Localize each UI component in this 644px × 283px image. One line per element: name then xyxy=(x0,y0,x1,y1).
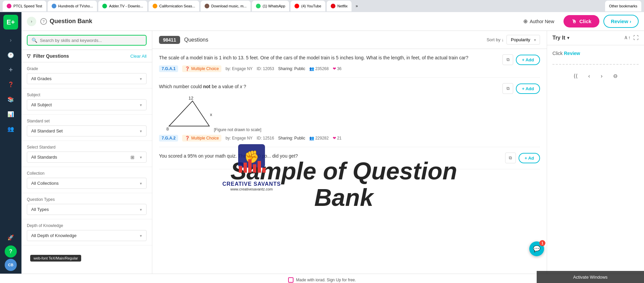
grade-label: Grade xyxy=(27,66,147,71)
questions-icon: ❓ xyxy=(8,81,14,88)
filter-panel: 🔍 ▽ Filter Questions Clear All xyxy=(21,31,152,274)
questions-area: 98411 Questions Sort by ↓ Popularity xyxy=(152,31,547,274)
tab-adder[interactable]: Adder.TV - Downlo... xyxy=(98,1,147,11)
tab-ptcl[interactable]: PTCL Speed Test xyxy=(3,1,46,11)
select-standard-select-wrapper: All Standards ⊞ xyxy=(27,152,147,163)
depth-of-knowledge-select[interactable]: All Depth of Knowledge xyxy=(27,230,147,241)
type-icon-2: ❓ xyxy=(185,136,190,140)
chat-badge: 1 xyxy=(539,240,545,246)
question-tags-2: 7.G.A.2 ❓ Multiple Choice by: Engage NY … xyxy=(159,135,502,142)
question-types-label: Question Types xyxy=(27,197,147,202)
question-item-2: Which number could not be a value of x ?… xyxy=(159,78,540,147)
question-text-1: The scale of a model train is 1 inch to … xyxy=(159,54,502,61)
review-link[interactable]: Review xyxy=(564,51,580,56)
standard-copy-icon[interactable]: ⊞ xyxy=(130,155,135,160)
sort-area: Sort by ↓ Popularity xyxy=(487,35,540,45)
sort-select[interactable]: Popularity xyxy=(506,35,540,45)
click-review-area: Click Review xyxy=(547,45,644,61)
collection-select-wrapper: All Collections xyxy=(27,178,147,189)
text-size-icon[interactable]: Ａ↑ xyxy=(624,35,631,41)
more-tabs-button[interactable]: » xyxy=(353,2,361,10)
sidebar-item-library[interactable]: 📚 xyxy=(4,93,17,106)
search-input-wrapper[interactable]: 🔍 xyxy=(27,35,147,46)
tab-californication[interactable]: Californication Seas... xyxy=(149,1,199,11)
help-icon[interactable]: ? xyxy=(40,18,47,25)
question-text-2: Which number could not be a value of x ? xyxy=(159,83,502,90)
tab-tvshow[interactable]: Hundreds of TVsho... xyxy=(48,1,97,11)
add-icon: + xyxy=(9,66,13,74)
tab-bookmarks[interactable]: Other bookmarks xyxy=(605,1,641,11)
panel-toggle-button[interactable]: › xyxy=(27,17,36,26)
sidebar-item-questions[interactable]: ❓ xyxy=(4,78,17,91)
filter-title: ▽ Filter Questions xyxy=(27,53,69,59)
question-text-3: You scored a 95% on your math quiz. The … xyxy=(159,153,505,160)
tab-whatsapp[interactable]: (1) WhatsApp xyxy=(252,1,289,11)
next-page-button[interactable]: › xyxy=(598,72,605,80)
app-logo[interactable]: E+ xyxy=(3,15,18,30)
question-content-1: The scale of a model train is 1 inch to … xyxy=(159,54,502,72)
copy-button-1[interactable]: ⧉ xyxy=(502,54,513,65)
question-item-1: The scale of a model train is 1 inch to … xyxy=(159,49,540,78)
clear-all-button[interactable]: Clear All xyxy=(130,54,147,59)
question-types-select[interactable]: All Types xyxy=(27,204,147,215)
sidebar-item-help[interactable]: ? xyxy=(5,245,17,258)
question-content-2: Which number could not be a value of x ?… xyxy=(159,83,502,142)
grade-select[interactable]: All Grades xyxy=(27,73,147,84)
question-item-3: You scored a 95% on your math quiz. The … xyxy=(159,147,540,169)
copy-icon-2: ⧉ xyxy=(506,86,509,91)
expand-icon[interactable]: ⛶ xyxy=(633,35,639,41)
tab-label-ptcl: PTCL Speed Test xyxy=(13,4,42,8)
select-standard-select[interactable]: All Standards xyxy=(27,152,147,163)
author-new-button[interactable]: ⊕ Author New xyxy=(518,15,559,27)
first-page-button[interactable]: ⟨⟨ xyxy=(571,71,580,80)
tab-label-download: Download music, m... xyxy=(211,4,247,8)
users-icon-1: 👥 xyxy=(309,66,314,71)
standard-set-select[interactable]: All Standard Set xyxy=(27,125,147,136)
collection-select[interactable]: All Collections xyxy=(27,178,147,189)
sidebar-item-add[interactable]: + xyxy=(4,63,17,76)
review-button-label: Review › xyxy=(611,18,631,24)
tab-icon-youtube xyxy=(294,4,299,8)
sharing-tag-2: Sharing: Public xyxy=(278,136,305,140)
author-tag-2: by: Engage NY xyxy=(225,136,253,140)
sidebar-item-clock[interactable]: 🕐 xyxy=(4,48,17,62)
chat-bubble-button[interactable]: 💬 1 xyxy=(529,241,544,256)
activate-windows-text: Activate Windows xyxy=(573,275,608,280)
tab-icon-ptcl xyxy=(7,4,11,8)
library-icon: 📚 xyxy=(7,96,14,103)
click-button[interactable]: 🖱 Click xyxy=(564,15,599,27)
tab-icon-download xyxy=(205,4,209,8)
depth-of-knowledge-label: Depth of Knowledge xyxy=(27,223,147,228)
tab-youtube[interactable]: (4) YouTube xyxy=(290,1,325,11)
review-button[interactable]: Review › xyxy=(603,15,639,28)
copy-icon-3: ⧉ xyxy=(509,155,512,161)
prev-page-button[interactable]: ‹ xyxy=(586,72,593,80)
sidebar-item-avatar[interactable]: CB xyxy=(5,259,17,271)
sidebar-item-people[interactable]: 👥 xyxy=(4,122,17,135)
tab-label-netflix: Netflix xyxy=(337,4,348,8)
zoom-out-button[interactable]: ⊖ xyxy=(610,71,620,80)
sort-label: Sort by ↓ xyxy=(487,37,504,42)
bottom-bar-text: Made with iorad. Sign Up for free. xyxy=(296,278,356,282)
search-input[interactable] xyxy=(40,38,142,43)
sidebar-item-chart[interactable]: 📊 xyxy=(4,107,17,121)
tab-download[interactable]: Download music, m... xyxy=(201,1,251,11)
try-it-text: Try It xyxy=(552,35,565,41)
click-button-icon: 🖱 xyxy=(572,18,577,24)
sidebar-item-rocket[interactable]: 🚀 xyxy=(4,231,17,244)
right-panel-header: Try It ▾ Ａ↑ ⛶ xyxy=(547,31,644,45)
tab-netflix[interactable]: Netflix xyxy=(327,1,352,11)
filter-group-standard-set: Standard set All Standard Set xyxy=(21,115,152,141)
filter-group-depth-of-knowledge: Depth of Knowledge All Depth of Knowledg… xyxy=(21,219,152,245)
copy-button-3[interactable]: ⧉ xyxy=(505,153,516,163)
copy-button-2[interactable]: ⧉ xyxy=(502,83,513,94)
filter-icon: ▽ xyxy=(27,53,31,59)
add-button-1[interactable]: + Add xyxy=(516,55,540,65)
add-button-2[interactable]: + Add xyxy=(516,83,540,94)
subject-select[interactable]: All Subject xyxy=(27,99,147,110)
tab-icon-adder xyxy=(102,4,107,8)
user-initials: CB xyxy=(8,263,13,267)
sidebar-collapse-button[interactable]: › xyxy=(4,34,17,47)
search-bar-area: 🔍 xyxy=(21,31,152,50)
add-button-3[interactable]: + Ad xyxy=(519,153,540,163)
